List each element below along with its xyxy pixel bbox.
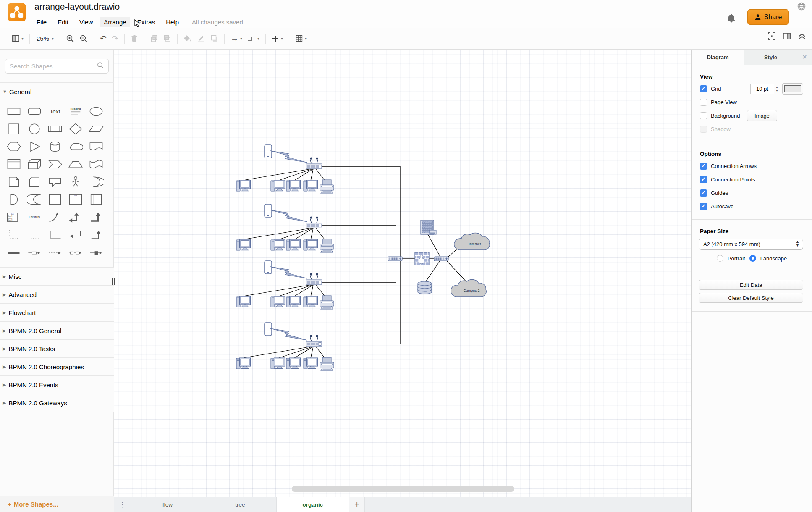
sidebar-section-bpmn-2-0-general[interactable]: ▶BPMN 2.0 General bbox=[0, 321, 114, 339]
shape-rounded-rectangle-icon[interactable] bbox=[24, 102, 45, 120]
undo-button[interactable]: ↶ bbox=[97, 33, 109, 44]
shape-document-icon[interactable] bbox=[86, 138, 106, 155]
shape-ellipse-icon[interactable] bbox=[86, 102, 106, 120]
connection-points-checkbox[interactable] bbox=[700, 176, 707, 183]
page-view-checkbox[interactable] bbox=[700, 99, 707, 106]
sidebar-section-general[interactable]: ▼ General bbox=[0, 83, 114, 100]
search-input[interactable] bbox=[10, 63, 97, 70]
grid-checkbox[interactable] bbox=[700, 85, 707, 92]
zoom-out-button[interactable] bbox=[77, 33, 90, 45]
more-shapes-button[interactable]: + More Shapes... bbox=[0, 496, 114, 512]
shape-container-titled-icon[interactable]: List bbox=[65, 191, 86, 208]
campus2-cloud-shape[interactable]: Campus 2 bbox=[451, 280, 487, 297]
delete-button[interactable] bbox=[128, 33, 141, 44]
menu-view[interactable]: View bbox=[76, 17, 97, 27]
shape-triangle-icon[interactable] bbox=[24, 138, 45, 155]
shape-callout-icon[interactable] bbox=[45, 173, 65, 191]
add-page-button[interactable]: + bbox=[349, 497, 365, 512]
sidebar-section-misc[interactable]: ▶Misc bbox=[0, 267, 114, 285]
clear-default-style-button[interactable]: Clear Default Style bbox=[699, 293, 803, 303]
sidebar-section-flowchart[interactable]: ▶Flowchart bbox=[0, 303, 114, 321]
shape-tape-icon[interactable] bbox=[86, 155, 106, 173]
lan-cluster-3[interactable] bbox=[236, 261, 334, 309]
page-tab-organic[interactable]: organic bbox=[277, 497, 349, 512]
menu-arrange[interactable]: Arrange bbox=[100, 17, 130, 27]
tab-style[interactable]: Style bbox=[744, 50, 797, 65]
shape-arrow-labeled-icon[interactable] bbox=[24, 244, 45, 261]
format-panel-toggle-icon[interactable] bbox=[783, 32, 791, 42]
line-color-button[interactable] bbox=[194, 33, 208, 45]
sidebar-section-bpmn-2-0-choreographies[interactable]: ▶BPMN 2.0 Choreographies bbox=[0, 357, 114, 375]
internet-cloud-shape[interactable]: Internet bbox=[454, 233, 490, 250]
sidebar-section-advanced[interactable]: ▶Advanced bbox=[0, 285, 114, 303]
database-shape[interactable] bbox=[418, 281, 432, 294]
shape-up-arrow-icon[interactable] bbox=[86, 226, 106, 244]
shape-data-storage-icon[interactable] bbox=[24, 191, 45, 208]
shape-line-icon[interactable] bbox=[45, 226, 65, 244]
redo-button[interactable]: ↷ bbox=[109, 33, 121, 44]
shape-step-icon[interactable] bbox=[45, 155, 65, 173]
table-button[interactable]: ▾ bbox=[293, 33, 309, 44]
shape-rectangle-icon[interactable] bbox=[3, 102, 24, 120]
page-view-button[interactable]: ▾ bbox=[9, 33, 26, 44]
page-tab-tree[interactable]: tree bbox=[204, 497, 277, 512]
shadow-checkbox[interactable] bbox=[700, 126, 707, 133]
core-switch-right[interactable] bbox=[434, 257, 448, 261]
lan-cluster-4[interactable] bbox=[236, 323, 334, 371]
fullscreen-icon[interactable] bbox=[767, 32, 776, 42]
close-icon[interactable]: × bbox=[797, 50, 812, 65]
shape-hexagon-icon[interactable] bbox=[3, 138, 24, 155]
shape-process-icon[interactable] bbox=[45, 120, 65, 138]
sidebar-resize-grip[interactable] bbox=[111, 275, 115, 288]
shape-parallelogram-icon[interactable] bbox=[86, 120, 106, 138]
shape-list-icon[interactable]: ListItem 1Item 2Item 3 bbox=[3, 208, 24, 226]
lan-cluster-1[interactable] bbox=[236, 145, 334, 193]
zoom-in-button[interactable] bbox=[63, 33, 77, 45]
shape-cylinder-icon[interactable] bbox=[45, 138, 65, 155]
background-checkbox[interactable] bbox=[700, 112, 707, 119]
shadow-button[interactable] bbox=[208, 33, 221, 44]
shape-heading-icon[interactable]: Heading bbox=[65, 102, 86, 120]
shape-cube-icon[interactable] bbox=[24, 155, 45, 173]
collapse-toolbar-icon[interactable] bbox=[798, 32, 806, 42]
shape-link-icon[interactable] bbox=[3, 244, 24, 261]
shape-dotted-line-icon[interactable] bbox=[24, 226, 45, 244]
shape-arrow-icon[interactable] bbox=[86, 208, 106, 226]
zoom-level-dropdown[interactable]: 25%▾ bbox=[33, 33, 56, 44]
language-globe-icon[interactable] bbox=[797, 2, 806, 13]
edit-data-button[interactable]: Edit Data bbox=[699, 280, 803, 290]
horizontal-scrollbar[interactable] bbox=[292, 486, 514, 492]
fill-color-button[interactable] bbox=[181, 33, 194, 45]
tab-diagram[interactable]: Diagram bbox=[692, 50, 744, 65]
guides-checkbox[interactable] bbox=[700, 189, 707, 197]
to-back-button[interactable] bbox=[161, 33, 174, 44]
shape-directional-arrow-icon[interactable] bbox=[65, 226, 86, 244]
portrait-radio[interactable] bbox=[717, 255, 723, 262]
background-image-button[interactable]: Image bbox=[747, 110, 777, 121]
menu-edit[interactable]: Edit bbox=[54, 17, 72, 27]
sidebar-section-bpmn-2-0-events[interactable]: ▶BPMN 2.0 Events bbox=[0, 375, 114, 394]
autosave-checkbox[interactable] bbox=[700, 203, 707, 210]
shape-curve-icon[interactable] bbox=[45, 208, 65, 226]
shape-square-icon[interactable] bbox=[3, 120, 24, 138]
notifications-bell-icon[interactable] bbox=[727, 13, 736, 25]
sidebar-section-bpmn-2-0-tasks[interactable]: ▶BPMN 2.0 Tasks bbox=[0, 339, 114, 357]
lan-cluster-2[interactable] bbox=[236, 204, 334, 252]
sidebar-section-bpmn-2-0-gateways[interactable]: ▶BPMN 2.0 Gateways bbox=[0, 394, 114, 412]
shape-connector-icon[interactable] bbox=[86, 244, 106, 261]
shape-dashed-line-icon[interactable] bbox=[3, 226, 24, 244]
shape-card-icon[interactable] bbox=[24, 173, 45, 191]
connection-arrow-button[interactable]: →▾ bbox=[228, 33, 245, 44]
landscape-radio[interactable] bbox=[749, 255, 756, 262]
grid-size-stepper[interactable]: ▲▼ bbox=[774, 84, 780, 94]
shape-and-icon[interactable] bbox=[3, 191, 24, 208]
server-rack-shape[interactable] bbox=[421, 220, 436, 234]
connection-arrows-checkbox[interactable] bbox=[700, 163, 707, 170]
shape-or-icon[interactable] bbox=[86, 173, 106, 191]
shape-bidirectional-arrow-icon[interactable] bbox=[65, 208, 86, 226]
shape-list-item-icon[interactable]: List Item bbox=[24, 208, 45, 226]
waypoints-button[interactable]: ▾ bbox=[245, 33, 262, 44]
shape-list-container-icon[interactable] bbox=[86, 191, 106, 208]
pages-menu-button[interactable]: ⋮ bbox=[114, 497, 131, 512]
paper-size-select[interactable]: A2 (420 mm x 594 mm) ▲▼ bbox=[699, 239, 803, 250]
